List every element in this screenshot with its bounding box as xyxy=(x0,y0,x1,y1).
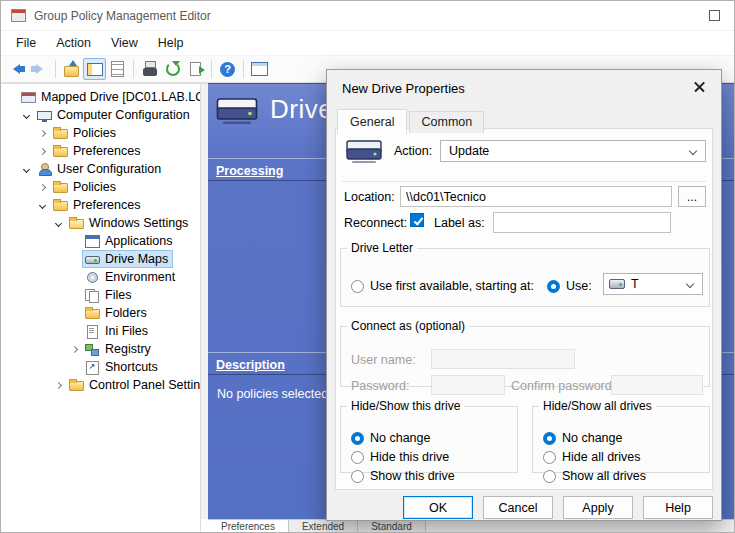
menu-view[interactable]: View xyxy=(101,33,148,53)
collapse-icon[interactable] xyxy=(35,203,50,208)
tree-item-computer-configuration[interactable]: Computer Configuration xyxy=(1,106,200,124)
folder-icon xyxy=(85,309,100,319)
tree-item-ini-files[interactable]: Ini Files xyxy=(1,322,200,340)
tree-item-label: Preferences xyxy=(73,144,140,158)
use-first-available-radio[interactable]: Use first available, starting at: xyxy=(351,279,534,293)
tree-item-body: Applications xyxy=(82,232,177,250)
tree-item-label: Drive Maps xyxy=(105,252,168,266)
action-select[interactable]: Update xyxy=(440,140,706,162)
location-input[interactable] xyxy=(400,186,672,207)
menu-file[interactable]: File xyxy=(6,33,46,53)
tree-item-label: Mapped Drive [DC01.LAB.LOCA xyxy=(41,90,201,104)
tree-item-environment[interactable]: Environment xyxy=(1,268,200,286)
tree-item-files[interactable]: Files xyxy=(1,286,200,304)
tree-item-windows-settings[interactable]: Windows Settings xyxy=(1,214,200,232)
maximize-button[interactable] xyxy=(709,10,720,21)
tree-item-preferences[interactable]: Preferences xyxy=(1,142,200,160)
tree-item-policies[interactable]: Policies xyxy=(1,124,200,142)
help-icon[interactable] xyxy=(216,58,239,80)
tree-item-body: Policies xyxy=(50,178,121,196)
radio-icon xyxy=(351,451,364,464)
toolbar-separator xyxy=(55,60,56,78)
action-value: Update xyxy=(449,144,489,158)
ok-button[interactable]: OK xyxy=(403,496,473,519)
close-icon[interactable] xyxy=(683,74,715,100)
forward-icon[interactable] xyxy=(28,58,51,80)
folder-icon xyxy=(53,183,68,193)
tree-item-registry[interactable]: Registry xyxy=(1,340,200,358)
folder-icon xyxy=(69,381,84,391)
expand-icon[interactable] xyxy=(35,131,50,136)
tree-item-shortcuts[interactable]: Shortcuts xyxy=(1,358,200,376)
hide-show-all-drives-group: Hide/Show all drives No changeHide all d… xyxy=(532,399,710,473)
radio-label: Use first available, starting at: xyxy=(370,279,534,293)
display-options-icon[interactable] xyxy=(248,58,271,80)
dialog-tab-common[interactable]: Common xyxy=(409,111,484,133)
drive-letter-select[interactable]: T xyxy=(603,273,703,295)
print-icon[interactable] xyxy=(138,58,161,80)
collapse-icon[interactable] xyxy=(19,113,34,118)
app-icon xyxy=(11,9,26,22)
dialog-tab-general[interactable]: General xyxy=(337,109,407,134)
hide-this-show-this-drive-radio[interactable]: Show this drive xyxy=(351,469,511,483)
label-as-input[interactable] xyxy=(493,212,671,233)
tree-item-policies[interactable]: Policies xyxy=(1,178,200,196)
radio-label: Hide this drive xyxy=(370,450,449,464)
tree-item-control-panel-setting[interactable]: Control Panel Setting xyxy=(1,376,200,394)
expand-icon[interactable] xyxy=(67,347,82,352)
menu-action[interactable]: Action xyxy=(46,33,101,53)
description-link[interactable]: Description xyxy=(216,358,285,372)
tab-extended[interactable]: Extended xyxy=(289,520,358,532)
processing-link[interactable]: Processing xyxy=(216,164,283,178)
tree-item-body: Computer Configuration xyxy=(34,106,195,124)
reconnect-checkbox[interactable] xyxy=(410,213,424,227)
hide-all-no-change-radio[interactable]: No change xyxy=(543,431,703,445)
tree-item-preferences[interactable]: Preferences xyxy=(1,196,200,214)
tree-scrollbar[interactable] xyxy=(201,83,208,519)
drive-icon xyxy=(609,279,625,289)
hide-this-hide-this-drive-radio[interactable]: Hide this drive xyxy=(351,450,511,464)
hide-all-options: No changeHide all drivesShow all drives xyxy=(543,431,703,483)
action-label: Action: xyxy=(394,144,432,158)
menu-help[interactable]: Help xyxy=(148,33,194,53)
tab-preferences[interactable]: Preferences xyxy=(208,520,289,532)
connect-as-title: Connect as (optional) xyxy=(347,319,469,333)
tree-item-label: Policies xyxy=(73,126,116,140)
tree-item-label: Preferences xyxy=(73,198,140,212)
collapse-icon[interactable] xyxy=(51,221,66,226)
properties-icon[interactable] xyxy=(106,58,129,80)
tree-item-drive-maps[interactable]: Drive Maps xyxy=(1,250,200,268)
radio-label: No change xyxy=(562,431,622,445)
hide-all-hide-all-drives-radio[interactable]: Hide all drives xyxy=(543,450,703,464)
browse-button[interactable]: ... xyxy=(678,186,706,207)
up-one-level-icon[interactable] xyxy=(60,58,83,80)
tree-item-label: Windows Settings xyxy=(89,216,188,230)
help-button[interactable]: Help xyxy=(643,496,713,519)
drive-maps-icon xyxy=(216,95,258,125)
collapse-icon[interactable] xyxy=(19,167,34,172)
radio-icon xyxy=(351,470,364,483)
tree-item-folders[interactable]: Folders xyxy=(1,304,200,322)
show-console-tree-icon[interactable] xyxy=(83,58,106,80)
tree-item-label: Policies xyxy=(73,180,116,194)
tree-item-mapped-drive-dc01-lab-loca[interactable]: Mapped Drive [DC01.LAB.LOCA xyxy=(1,88,200,106)
hide-this-no-change-radio[interactable]: No change xyxy=(351,431,511,445)
expand-icon[interactable] xyxy=(35,185,50,190)
expand-icon[interactable] xyxy=(51,383,66,388)
tab-standard[interactable]: Standard xyxy=(358,520,426,532)
apply-button[interactable]: Apply xyxy=(563,496,633,519)
tree-item-user-configuration[interactable]: User Configuration xyxy=(1,160,200,178)
user-name-input xyxy=(431,349,575,369)
expand-icon[interactable] xyxy=(35,149,50,154)
export-list-icon[interactable] xyxy=(184,58,207,80)
drive-letter-title: Drive Letter xyxy=(347,241,417,255)
chevron-down-icon xyxy=(689,147,697,155)
cancel-button[interactable]: Cancel xyxy=(483,496,553,519)
tree-item-applications[interactable]: Applications xyxy=(1,232,200,250)
tree-item-body: Registry xyxy=(82,340,156,358)
refresh-icon[interactable] xyxy=(161,58,184,80)
back-icon[interactable] xyxy=(5,58,28,80)
use-radio[interactable]: Use: xyxy=(547,279,592,293)
folder-icon xyxy=(53,147,68,157)
hide-all-show-all-drives-radio[interactable]: Show all drives xyxy=(543,469,703,483)
